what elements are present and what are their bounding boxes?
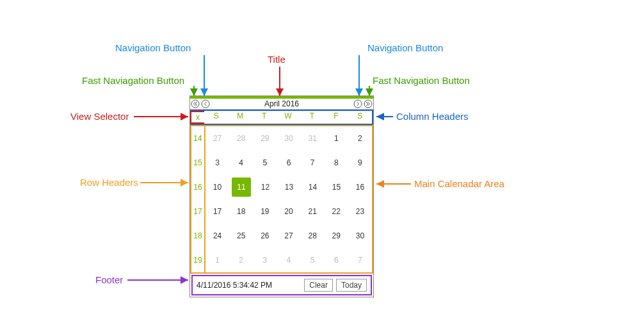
calendar-footer: 4/11/2016 5:34:42 PM Clear Today	[191, 275, 372, 295]
week-number: 19	[191, 248, 204, 272]
dow-sun: S	[204, 111, 228, 124]
day-cell[interactable]: 28	[301, 224, 325, 248]
column-headers: x S M T W T F S	[190, 110, 373, 125]
fast-prev-button[interactable]	[190, 99, 200, 109]
ann-footer: Footer	[95, 274, 123, 285]
day-cell[interactable]: 21	[301, 199, 325, 224]
day-cell[interactable]: 18	[229, 199, 253, 224]
day-cell[interactable]: 19	[253, 199, 277, 224]
day-cell[interactable]: 5	[301, 248, 325, 272]
dow-fri: F	[324, 111, 348, 124]
day-cell[interactable]: 29	[325, 224, 348, 248]
calendar-header: April 2016	[190, 96, 373, 110]
day-cell[interactable]: 2	[229, 248, 253, 272]
week-number: 15	[191, 151, 204, 175]
view-selector[interactable]: x	[190, 111, 204, 124]
day-cell[interactable]: 31	[301, 126, 325, 151]
day-cell[interactable]: 3	[205, 151, 229, 175]
day-cell[interactable]: 8	[325, 151, 348, 175]
ann-main-area: Main Calenadar Area	[414, 178, 504, 189]
day-cell[interactable]: 5	[253, 151, 277, 175]
next-button[interactable]	[353, 99, 363, 109]
calendar-week-row: 10111213141516	[205, 175, 372, 199]
day-cell[interactable]: 13	[277, 175, 301, 199]
fast-next-button[interactable]	[363, 99, 373, 109]
calendar-week-row: 3456789	[205, 151, 372, 175]
day-cell[interactable]: 3	[253, 248, 277, 272]
calendar-body: 14 15 16 17 18 19 2728293031123456789101…	[190, 125, 373, 274]
day-cell[interactable]: 10	[205, 175, 229, 199]
ann-nav-button-right: Navigation Button	[367, 42, 443, 53]
row-headers: 14 15 16 17 18 19	[190, 125, 204, 274]
day-cell[interactable]: 4	[277, 248, 300, 272]
day-cell[interactable]: 6	[277, 151, 300, 175]
ann-fast-nav-left: Fast Naviagation Button	[82, 75, 184, 86]
day-cell[interactable]: 25	[229, 224, 253, 248]
day-cell[interactable]: 29	[253, 126, 277, 151]
prev-button[interactable]	[200, 99, 211, 109]
day-cell[interactable]: 30	[277, 126, 300, 151]
day-cell[interactable]: 11	[232, 178, 251, 197]
day-cell[interactable]: 20	[277, 199, 300, 224]
calendar-week-row: 1234567	[205, 248, 372, 272]
dow-thu: T	[300, 111, 324, 124]
day-cell[interactable]: 7	[348, 248, 372, 272]
calendar-week-row: 24252627282930	[205, 224, 372, 248]
day-cell[interactable]: 27	[205, 126, 229, 151]
week-number: 18	[191, 224, 204, 248]
day-cell[interactable]: 15	[325, 175, 348, 199]
ann-title: Title	[268, 54, 286, 65]
ann-view-selector: View Selector	[70, 111, 129, 122]
ann-nav-button-left: Navigation Button	[115, 42, 191, 53]
svg-point-1	[202, 100, 209, 108]
footer-datetime: 4/11/2016 5:34:42 PM	[197, 281, 301, 290]
day-cell[interactable]: 17	[205, 199, 229, 224]
day-cell[interactable]: 27	[277, 224, 300, 248]
day-cell[interactable]: 26	[253, 224, 277, 248]
day-cell[interactable]: 4	[229, 151, 253, 175]
nav-group-left	[190, 99, 211, 109]
clear-button[interactable]: Clear	[304, 279, 333, 292]
calendar-title[interactable]: April 2016	[211, 99, 353, 108]
nav-group-right	[353, 99, 373, 109]
day-cell[interactable]: 14	[301, 175, 325, 199]
ann-row-headers: Row Headers	[80, 177, 138, 188]
day-cell[interactable]: 1	[325, 126, 348, 151]
day-cell[interactable]: 16	[348, 175, 372, 199]
main-calendar-area: 2728293031123456789101112131415161718192…	[204, 125, 373, 274]
calendar-week-row: 272829303112	[205, 126, 372, 151]
day-cell[interactable]: 23	[348, 199, 372, 224]
day-cell[interactable]: 7	[301, 151, 325, 175]
day-cell[interactable]: 22	[325, 199, 348, 224]
day-cell[interactable]: 30	[348, 224, 372, 248]
calendar-widget: April 2016 x S M T W T F S 14 15 16 17 1…	[189, 95, 374, 297]
week-number: 16	[191, 175, 204, 199]
day-cell[interactable]: 2	[348, 126, 372, 151]
day-cell[interactable]: 24	[205, 224, 229, 248]
day-cell[interactable]: 9	[348, 151, 372, 175]
day-cell[interactable]: 28	[229, 126, 253, 151]
ann-fast-nav-right: Fast Navigation Button	[373, 75, 470, 86]
day-cell[interactable]: 6	[325, 248, 348, 272]
week-number: 17	[191, 199, 204, 224]
dow-wed: W	[276, 111, 300, 124]
today-button[interactable]: Today	[336, 279, 367, 292]
calendar-week-row: 17181920212223	[205, 199, 372, 224]
week-number: 14	[191, 126, 204, 151]
day-cell[interactable]: 12	[254, 175, 277, 199]
dow-tue: T	[252, 111, 276, 124]
dow-sat: S	[348, 111, 373, 124]
day-cell[interactable]: 1	[205, 248, 229, 272]
dow-mon: M	[228, 111, 252, 124]
svg-point-2	[354, 100, 362, 108]
ann-column-headers: Column Headers	[396, 111, 469, 122]
